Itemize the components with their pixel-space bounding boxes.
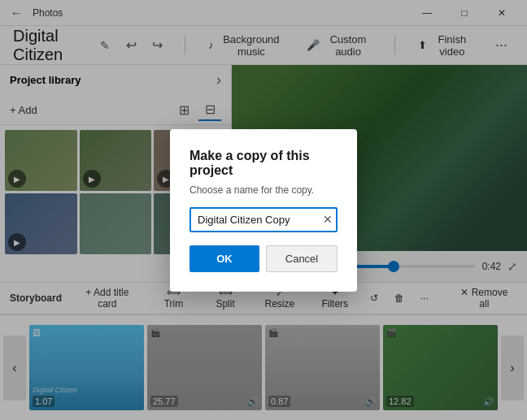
dialog-subtitle: Choose a name for the copy.: [189, 184, 338, 196]
clear-input-button[interactable]: ✕: [323, 213, 333, 226]
copy-name-input[interactable]: [189, 207, 338, 232]
cancel-button[interactable]: Cancel: [266, 245, 338, 272]
dialog-input-wrap: ✕: [189, 207, 338, 232]
ok-button[interactable]: OK: [189, 245, 259, 272]
dialog-buttons: OK Cancel: [189, 245, 338, 272]
modal-overlay: Make a copy of this project Choose a nam…: [0, 0, 527, 420]
dialog-title: Make a copy of this project: [189, 149, 338, 178]
dialog: Make a copy of this project Choose a nam…: [170, 129, 357, 292]
